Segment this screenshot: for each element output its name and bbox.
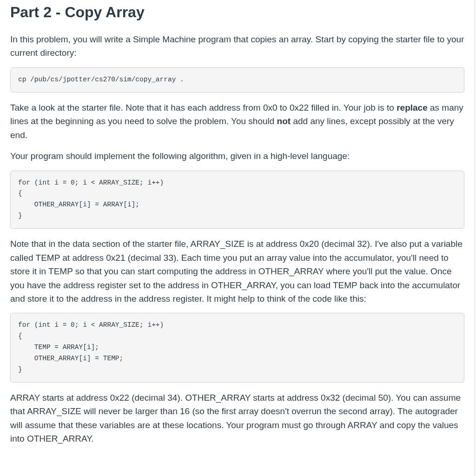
code-block-cp: cp /pub/cs/jpotter/cs270/sim/copy_array … — [10, 67, 464, 93]
code-block-algorithm-2: for (int i = 0; i < ARRAY_SIZE; i++) { T… — [10, 313, 464, 383]
bold-replace: replace — [397, 103, 428, 112]
temp-explanation-paragraph: Note that in the data section of the sta… — [10, 237, 464, 305]
instructions-paragraph: Take a look at the starter file. Note th… — [10, 101, 464, 142]
document-page: Part 2 - Copy Array In this problem, you… — [0, 0, 475, 476]
code-block-algorithm-1: for (int i = 0; i < ARRAY_SIZE; i++) { O… — [10, 171, 464, 229]
array-addresses-paragraph: ARRAY starts at address 0x22 (decimal 34… — [10, 391, 464, 446]
intro-paragraph: In this problem, you will write a Simple… — [10, 33, 464, 60]
page-title: Part 2 - Copy Array — [10, 0, 464, 26]
text-segment: Take a look at the starter file. Note th… — [10, 103, 397, 112]
bold-not: not — [277, 116, 291, 126]
algorithm-intro: Your program should implement the follow… — [10, 149, 464, 163]
